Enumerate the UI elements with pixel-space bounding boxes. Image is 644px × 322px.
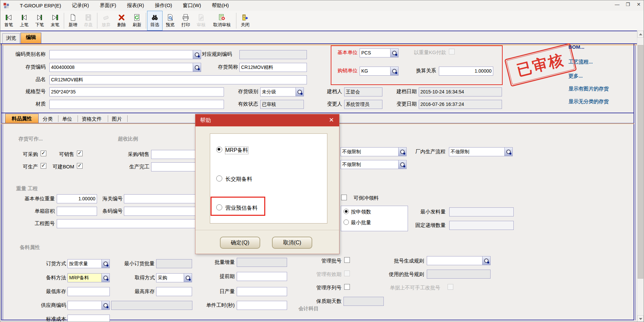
box-volume-field[interactable] bbox=[57, 207, 97, 216]
delete-button[interactable]: 删除 bbox=[114, 11, 129, 31]
max-stock-field[interactable] bbox=[156, 287, 192, 296]
filter-button[interactable]: 筛选 bbox=[147, 11, 163, 31]
tab-item-properties[interactable]: 料品属性 bbox=[5, 114, 39, 123]
minimize-button[interactable]: — bbox=[614, 2, 620, 7]
show-with-pictures-link[interactable]: 显示有图片的存货 bbox=[568, 86, 609, 92]
supplier-code-field[interactable] bbox=[67, 301, 110, 310]
lookup-icon[interactable] bbox=[101, 301, 109, 310]
restore-button[interactable]: ❐ bbox=[625, 2, 631, 7]
mrp-prep-radio[interactable] bbox=[216, 147, 222, 153]
bom-allowed-checkbox[interactable] bbox=[77, 163, 83, 169]
batch-rule-field[interactable] bbox=[427, 256, 491, 265]
limit-field-2[interactable]: 不做限制 bbox=[340, 160, 407, 169]
ok-button[interactable]: 确定(Q) bbox=[220, 237, 260, 249]
item-code-field[interactable]: 400400008 bbox=[49, 63, 201, 72]
no-manual-batch-label: 单据上不可手工改批号 bbox=[390, 285, 440, 291]
base-weight-field[interactable]: 1.00000 bbox=[57, 194, 97, 203]
lead-time-field[interactable] bbox=[237, 272, 287, 281]
lookup-icon[interactable] bbox=[101, 259, 109, 268]
prod-finish-ratio-field[interactable] bbox=[151, 162, 197, 171]
cancel-button[interactable]: 取消(C) bbox=[272, 237, 312, 249]
tab-unit[interactable]: 单位 bbox=[62, 114, 72, 122]
show-unclassified-link[interactable]: 显示无分类的存货 bbox=[568, 98, 609, 105]
lookup-icon[interactable] bbox=[295, 88, 304, 96]
help-dialog-titlebar[interactable]: 帮助 bbox=[195, 114, 339, 126]
std-cost-field[interactable] bbox=[67, 315, 110, 322]
cancel-audit-button[interactable]: 取消审核 bbox=[209, 11, 235, 31]
manage-batch-checkbox[interactable] bbox=[344, 257, 350, 263]
prep-method-field[interactable]: MRP备料 bbox=[67, 273, 110, 282]
next-record-button[interactable]: 下笔 bbox=[32, 11, 47, 31]
backflush-checkbox[interactable] bbox=[341, 195, 347, 200]
add-button[interactable]: 新增 bbox=[65, 11, 81, 31]
daily-output-field[interactable] bbox=[237, 287, 287, 296]
spec-field[interactable]: 250*240*35 bbox=[49, 87, 224, 96]
item-short-name-field[interactable]: CR12MOV精料 bbox=[239, 63, 307, 72]
dialog-close-icon[interactable]: ✕ bbox=[327, 116, 336, 124]
level-field[interactable]: 未分级 bbox=[260, 87, 304, 96]
scrollbar-thumb[interactable] bbox=[638, 45, 643, 279]
tab-qualification-files[interactable]: 资格文件 bbox=[82, 114, 102, 122]
menu-help[interactable]: 帮助(H) bbox=[206, 1, 234, 10]
limit-field-1[interactable]: 不做限制 bbox=[340, 147, 407, 156]
barcode-field[interactable] bbox=[124, 207, 197, 216]
customs-code-field[interactable] bbox=[124, 194, 197, 203]
scroll-up-button[interactable] bbox=[637, 31, 644, 38]
purchase-sale-ratio-field[interactable] bbox=[151, 150, 197, 159]
close-button[interactable]: 关闭 bbox=[237, 11, 253, 31]
lookup-icon[interactable] bbox=[398, 148, 406, 156]
factory-flow-field[interactable]: 不做限制 bbox=[449, 147, 513, 156]
lookup-icon[interactable] bbox=[482, 256, 490, 265]
lookup-icon[interactable] bbox=[504, 148, 512, 156]
menu-interface[interactable]: 界面(F) bbox=[94, 1, 122, 10]
menu-app[interactable]: T-GROUP ERP(E) bbox=[14, 1, 66, 10]
tab-classification[interactable]: 分类 bbox=[43, 114, 53, 122]
code-category-field[interactable] bbox=[49, 50, 201, 59]
prev-record-button[interactable]: 上笔 bbox=[16, 11, 32, 31]
lookup-icon[interactable] bbox=[390, 49, 398, 57]
tab-edit[interactable]: 编辑 bbox=[20, 33, 41, 43]
tab-browse[interactable]: 浏览 bbox=[2, 33, 20, 43]
print-button[interactable]: 打印 bbox=[178, 11, 193, 31]
producible-checkbox[interactable] bbox=[41, 163, 46, 169]
scroll-down-button[interactable] bbox=[637, 315, 644, 322]
lookup-icon[interactable] bbox=[101, 274, 109, 282]
by-request-radio[interactable] bbox=[343, 209, 349, 214]
close-window-button[interactable]: ✕ bbox=[636, 2, 642, 7]
lookup-icon[interactable] bbox=[390, 67, 398, 75]
menu-record[interactable]: 记录(R) bbox=[66, 1, 94, 10]
long-leadtime-prep-radio[interactable] bbox=[216, 175, 222, 182]
acquire-method-field[interactable]: 采购 bbox=[156, 273, 192, 282]
lookup-icon[interactable] bbox=[193, 63, 201, 72]
first-record-button[interactable]: 首笔 bbox=[1, 11, 16, 31]
craft-flow-link[interactable]: 工艺流程... bbox=[568, 59, 593, 65]
order-method-label: 订货方式 bbox=[41, 260, 66, 267]
preview-button[interactable]: 预览 bbox=[163, 11, 178, 31]
conversion-field[interactable]: 1.00000 bbox=[439, 67, 493, 76]
manage-serial-checkbox[interactable] bbox=[344, 284, 350, 290]
menu-window[interactable]: 窗口(W) bbox=[178, 1, 206, 10]
unit-seconds-field[interactable] bbox=[237, 301, 287, 310]
long-leadtime-prep-label[interactable]: 长交期备料 bbox=[225, 176, 252, 183]
bom-link[interactable]: BOM... bbox=[568, 44, 585, 50]
section-prep: 备料属性 bbox=[20, 244, 40, 251]
tab-pictures[interactable]: 图片 bbox=[112, 114, 122, 122]
sellable-checkbox[interactable] bbox=[77, 151, 83, 156]
refresh-button[interactable]: 刷新 bbox=[129, 11, 145, 31]
lookup-icon[interactable] bbox=[184, 274, 192, 282]
min-batch-radio[interactable] bbox=[343, 219, 349, 225]
lookup-icon[interactable] bbox=[398, 160, 406, 169]
mrp-prep-label[interactable]: MRP备料 bbox=[225, 147, 248, 154]
item-name-field[interactable]: CR12MOV精料 bbox=[49, 75, 307, 84]
more-link[interactable]: 更多... bbox=[568, 73, 583, 79]
order-method-field[interactable]: 按需求量 bbox=[67, 259, 110, 268]
purchasable-checkbox[interactable] bbox=[41, 151, 46, 156]
base-unit-field[interactable]: PCS bbox=[360, 48, 399, 57]
min-stock-field[interactable] bbox=[67, 287, 110, 296]
trade-unit-field[interactable]: KG bbox=[360, 67, 399, 76]
menu-operation[interactable]: 操作(O) bbox=[149, 1, 178, 10]
menu-report[interactable]: 报表(R) bbox=[122, 1, 149, 10]
last-record-button[interactable]: 末笔 bbox=[47, 11, 63, 31]
drawing-no-field[interactable] bbox=[57, 219, 197, 228]
material-field[interactable] bbox=[49, 100, 224, 109]
